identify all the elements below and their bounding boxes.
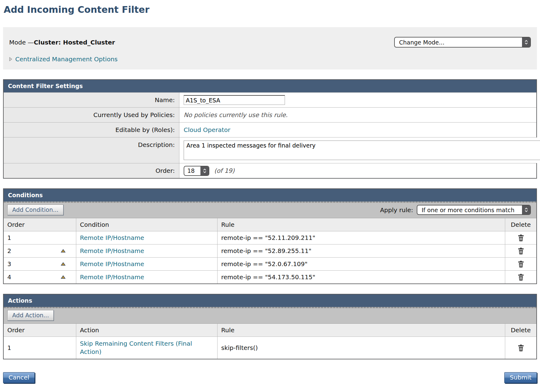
condition-rule: remote-ip == "52.0.67.109" [221,260,308,268]
order-of-text: (of 19) [214,167,235,174]
condition-order: 4 [7,273,11,281]
column-header-order: Order [4,218,76,231]
condition-link[interactable]: Remote IP/Hostname [80,260,144,268]
condition-row: 2 Remote IP/Hostname remote-ip == "52.89… [4,244,536,257]
condition-rule: remote-ip == "52.89.255.11" [221,247,311,255]
column-header-action: Action [76,324,218,337]
move-up-button[interactable] [61,275,66,279]
disclosure-triangle-icon [9,57,12,61]
select-stepper-icon [200,166,209,175]
name-row: Name: [4,92,536,107]
actions-header: Actions [4,294,536,307]
column-header-rule: Rule [218,218,505,231]
condition-order: 2 [7,247,11,255]
description-textarea[interactable]: Area 1 inspected messages for final deli… [184,141,540,160]
order-select[interactable]: 18 [184,166,209,176]
policies-value: No policies currently use this rule. [184,111,288,119]
move-up-icon [61,249,66,253]
change-mode-select-value: Change Mode... [395,37,522,47]
add-condition-button[interactable]: Add Condition... [7,205,63,215]
condition-row: 4 Remote IP/Hostname remote-ip == "54.17… [4,270,536,283]
mode-value: Cluster: Hosted_Cluster [34,39,115,46]
action-link[interactable]: Skip Remaining Content Filters (Final Ac… [80,340,203,356]
page-title: Add Incoming Content Filter [4,4,537,15]
trash-icon [518,234,524,241]
condition-rule: remote-ip == "54.173.50.115" [221,273,315,281]
conditions-header: Conditions [4,189,536,201]
content-filter-settings-panel: Content Filter Settings Name: Currently … [3,79,537,179]
order-label: Order: [4,163,179,178]
delete-condition-button[interactable] [518,274,524,281]
condition-rule: remote-ip == "52.11.209.211" [221,234,315,241]
condition-row: 1 Remote IP/Hostname remote-ip == "52.11… [4,231,536,244]
action-row: 1 Skip Remaining Content Filters (Final … [4,337,536,359]
add-action-button[interactable]: Add Action... [7,310,54,321]
move-up-icon [61,262,66,266]
column-header-delete: Delete [505,218,536,231]
trash-icon [518,274,524,281]
select-stepper-icon [522,37,530,47]
mode-text: Mode —Cluster: Hosted_Cluster [9,39,115,46]
column-header-delete: Delete [505,324,536,337]
apply-rule-label: Apply rule: [380,206,413,214]
editable-row: Editable by (Roles): Cloud Operator [4,122,536,137]
move-up-icon [61,275,66,279]
delete-action-button[interactable] [518,344,524,351]
policies-row: Currently Used by Policies: No policies … [4,107,536,122]
apply-rule-select-value: If one or more conditions match [417,205,522,214]
centralized-management-options-link[interactable]: Centralized Management Options [15,55,118,63]
condition-row: 3 Remote IP/Hostname remote-ip == "52.0.… [4,257,536,270]
trash-icon [518,261,524,268]
action-rule: skip-filters() [221,344,258,351]
conditions-panel: Conditions Add Condition... Apply rule: … [3,188,537,284]
content-filter-settings-header: Content Filter Settings [4,80,536,92]
move-up-button[interactable] [61,249,66,253]
condition-link[interactable]: Remote IP/Hostname [80,234,144,241]
condition-link[interactable]: Remote IP/Hostname [80,247,144,255]
name-input[interactable] [184,95,285,105]
column-header-rule: Rule [218,324,505,337]
description-row: Description: Area 1 inspected messages f… [4,137,536,163]
trash-icon [518,248,524,255]
editable-roles-label: Editable by (Roles): [4,123,179,137]
condition-order: 1 [7,234,11,241]
delete-condition-button[interactable] [518,261,524,268]
apply-rule-select[interactable]: If one or more conditions match [417,205,531,215]
cancel-button[interactable]: Cancel [3,372,35,383]
name-label: Name: [4,93,179,107]
mode-label: Mode — [9,39,34,46]
actions-panel: Actions Add Action... Order Action Rule … [3,294,537,359]
column-header-order: Order [4,324,76,337]
description-label: Description: [4,137,179,163]
move-up-button[interactable] [61,262,66,266]
condition-order: 3 [7,260,11,268]
order-row: Order: 18 (of 19) [4,163,536,178]
delete-condition-button[interactable] [518,248,524,255]
trash-icon [518,344,524,351]
conditions-table-header: Order Condition Rule Delete [4,218,536,231]
order-select-value: 18 [184,166,200,175]
footer: Cancel Submit [3,372,537,383]
cloud-operator-link[interactable]: Cloud Operator [184,126,230,134]
submit-button[interactable]: Submit [504,372,537,383]
condition-link[interactable]: Remote IP/Hostname [80,273,144,281]
action-order: 1 [7,344,11,351]
change-mode-select[interactable]: Change Mode... [394,37,531,48]
policies-label: Currently Used by Policies: [4,108,179,122]
column-header-condition: Condition [76,218,218,231]
page: Add Incoming Content Filter Mode —Cluste… [0,0,540,389]
select-stepper-icon [522,205,530,214]
conditions-toolbar: Add Condition... Apply rule: If one or m… [4,201,536,218]
actions-table-header: Order Action Rule Delete [4,324,536,337]
actions-toolbar: Add Action... [4,307,536,324]
delete-condition-button[interactable] [518,234,524,241]
mode-box: Mode —Cluster: Hosted_Cluster Change Mod… [3,27,537,69]
